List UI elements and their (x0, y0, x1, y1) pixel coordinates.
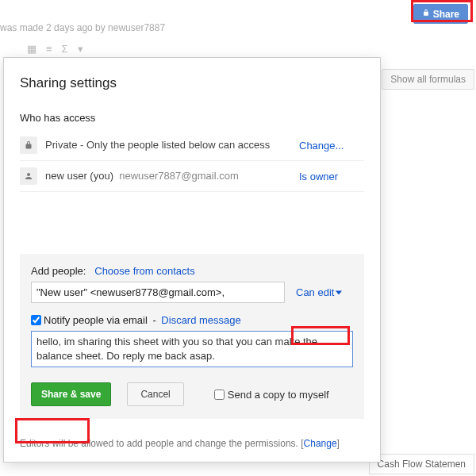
add-people-input[interactable] (31, 282, 285, 303)
share-button[interactable]: Share (413, 4, 468, 24)
access-row-owner: new user (you) newuser7887@gmail.com Is … (20, 161, 364, 192)
person-icon (20, 167, 37, 185)
sheet-tab[interactable]: Cash Flow Statemen (369, 454, 474, 474)
toolbar: ▦≡Σ▾ (8, 43, 104, 55)
access-row-privacy: Private - Only the people listed below c… (20, 130, 364, 161)
owner-status: Is owner (299, 171, 364, 182)
lock-icon (422, 8, 430, 20)
permission-dropdown[interactable]: Can edit (293, 285, 345, 300)
footer-note: Editors will be allowed to add people an… (4, 430, 380, 462)
who-has-access-label: Who has access (20, 112, 364, 124)
notify-label: Notify people via email (44, 314, 148, 326)
share-save-button[interactable]: Share & save (31, 382, 111, 406)
share-button-label: Share (433, 9, 459, 20)
access-privacy-text: Private - Only the people listed below c… (45, 138, 291, 152)
discard-message-link[interactable]: Discard message (161, 314, 240, 326)
send-copy-checkbox[interactable] (214, 390, 225, 400)
lock-icon (20, 136, 37, 154)
add-people-label: Add people: (31, 265, 86, 277)
doc-info-text: was made 2 days ago by newuser7887 (0, 22, 165, 33)
notify-checkbox[interactable] (31, 315, 41, 325)
dialog-title: Sharing settings (20, 75, 364, 91)
footer-change-link[interactable]: Change (304, 438, 337, 449)
add-people-section: Add people: Choose from contacts Can edi… (20, 254, 364, 419)
send-copy-label: Send a copy to myself (228, 389, 329, 401)
sharing-dialog: Sharing settings Who has access Private … (3, 57, 381, 463)
message-textarea[interactable]: hello, im sharing this sheet with you so… (31, 331, 353, 367)
cancel-button[interactable]: Cancel (127, 382, 183, 406)
choose-from-contacts-link[interactable]: Choose from contacts (94, 265, 194, 277)
chevron-down-icon (336, 290, 342, 296)
permission-label: Can edit (296, 286, 334, 298)
owner-text: new user (you) newuser7887@gmail.com (45, 169, 291, 183)
show-all-formulas-button[interactable]: Show all formulas (382, 69, 474, 90)
change-visibility-link[interactable]: Change... (299, 140, 364, 152)
